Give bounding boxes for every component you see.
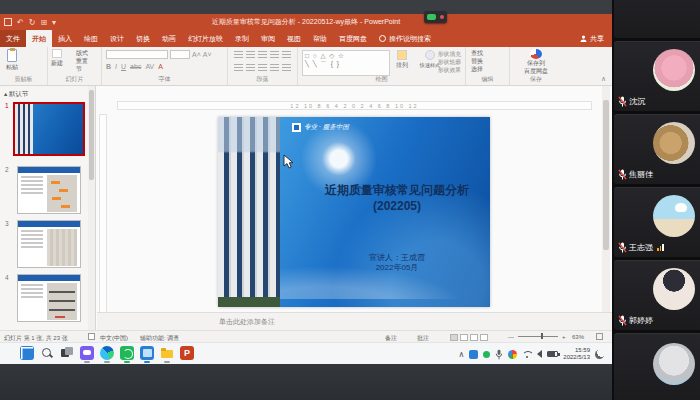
participant-tile[interactable]: 沈沉 bbox=[614, 41, 700, 111]
powerpoint-taskbar-icon[interactable]: P bbox=[180, 346, 194, 360]
shape-fill-button[interactable]: 形状填充 bbox=[438, 50, 461, 58]
select-button[interactable]: 选择 bbox=[471, 65, 483, 73]
shapes-gallery[interactable]: □ ○ △ ◇ ☆ ╲ ╲ ⌒ { } bbox=[302, 50, 390, 76]
notes-placeholder[interactable]: 单击此处添加备注 bbox=[219, 317, 275, 327]
tab-draw[interactable]: 绘图 bbox=[78, 30, 104, 47]
edge-browser-icon[interactable] bbox=[100, 346, 114, 360]
thumbnail-scrollbar-thumb[interactable] bbox=[89, 90, 94, 180]
zoom-in-button[interactable]: + bbox=[562, 334, 566, 340]
zoom-out-button[interactable]: — bbox=[508, 334, 514, 340]
tab-record[interactable]: 录制 bbox=[229, 30, 255, 47]
reading-view-button[interactable] bbox=[470, 334, 478, 341]
font-color-icon[interactable]: A bbox=[158, 63, 163, 70]
notes-pane[interactable]: 单击此处添加备注 bbox=[97, 312, 612, 330]
tab-transitions[interactable]: 切换 bbox=[130, 30, 156, 47]
save-to-baidu-button[interactable]: 保存到 百度网盘 bbox=[524, 47, 548, 75]
font-size-box[interactable] bbox=[170, 50, 190, 59]
reset-button[interactable]: 重置 bbox=[76, 57, 88, 65]
thumbnail-scrollbar[interactable] bbox=[88, 86, 95, 330]
taskbar-clock[interactable]: 15:59 2022/5/13 bbox=[563, 347, 590, 361]
find-button[interactable]: 查找 bbox=[471, 49, 483, 57]
tray-green-icon[interactable] bbox=[483, 351, 490, 358]
tray-color-app-icon[interactable] bbox=[508, 350, 517, 359]
tab-design[interactable]: 设计 bbox=[104, 30, 130, 47]
tray-meeting-icon[interactable] bbox=[469, 350, 478, 359]
fit-to-window-icon[interactable] bbox=[596, 333, 603, 340]
layout-button[interactable]: 版式 bbox=[76, 49, 88, 57]
bold-button[interactable]: B bbox=[106, 63, 111, 70]
share-button[interactable]: 共享 bbox=[572, 30, 612, 47]
slide-thumbnail-4[interactable] bbox=[17, 274, 81, 322]
slide-thumbnail-3[interactable] bbox=[17, 220, 81, 268]
new-slide-button[interactable]: 新建 bbox=[51, 47, 63, 67]
tab-file[interactable]: 文件 bbox=[0, 30, 26, 47]
main-scrollbar-thumb[interactable] bbox=[603, 100, 609, 250]
zoom-slider-thumb[interactable] bbox=[541, 333, 543, 339]
taskbar-search-icon[interactable] bbox=[40, 346, 54, 360]
participant-tile[interactable]: 焦丽佳 bbox=[614, 114, 700, 184]
zoom-percentage[interactable]: 63% bbox=[572, 334, 584, 340]
notification-moon-icon[interactable] bbox=[595, 350, 604, 359]
volume-icon[interactable] bbox=[537, 350, 542, 358]
collapse-ribbon-icon[interactable]: ∧ bbox=[601, 75, 606, 83]
underline-button[interactable]: U bbox=[121, 63, 126, 70]
shape-outline-button[interactable]: 形状轮廓 bbox=[438, 58, 461, 66]
tab-review[interactable]: 审阅 bbox=[255, 30, 281, 47]
tray-microphone-icon[interactable] bbox=[495, 349, 503, 360]
participant-tile-share[interactable]: 成霞的屏幕共享 bbox=[614, 0, 700, 38]
battery-icon[interactable] bbox=[547, 351, 558, 357]
start-button-icon[interactable] bbox=[20, 346, 34, 360]
replace-button[interactable]: 替换 bbox=[471, 57, 483, 65]
green-app-icon[interactable] bbox=[120, 346, 134, 360]
participant-tile[interactable]: 王志强 bbox=[614, 187, 700, 257]
sorter-view-button[interactable] bbox=[460, 334, 468, 341]
tab-slideshow[interactable]: 幻灯片放映 bbox=[182, 30, 229, 47]
wifi-icon[interactable] bbox=[522, 351, 532, 358]
justify-icon[interactable] bbox=[270, 64, 279, 72]
tray-chevron-icon[interactable]: ∧ bbox=[458, 350, 464, 359]
shape-effects-button[interactable]: 形状效果 bbox=[438, 66, 461, 74]
proofing-icon[interactable] bbox=[88, 333, 95, 340]
slideshow-view-button[interactable] bbox=[480, 334, 488, 341]
arrange-button[interactable]: 排列 bbox=[396, 48, 408, 69]
align-right-icon[interactable] bbox=[258, 64, 267, 72]
bullets-icon[interactable] bbox=[234, 51, 243, 59]
indent-decrease-icon[interactable] bbox=[258, 51, 267, 59]
slide-canvas[interactable]: 专业 · 服务中国 近期质量审核常见问题分析 (202205) 宣讲人：王成霞 … bbox=[218, 117, 490, 307]
section-header[interactable]: ▴ 默认节 bbox=[4, 90, 29, 99]
tell-me-search[interactable]: 操作说明搜索 bbox=[373, 30, 437, 47]
meeting-float-badge[interactable] bbox=[424, 11, 447, 23]
indent-increase-icon[interactable] bbox=[270, 51, 279, 59]
strikethrough-button[interactable]: abc bbox=[130, 63, 141, 70]
shrink-font-icon[interactable]: A˅ bbox=[203, 51, 212, 58]
paste-button[interactable]: 粘贴 bbox=[6, 47, 18, 71]
char-spacing-icon[interactable]: AV bbox=[145, 63, 154, 70]
columns-icon[interactable] bbox=[282, 64, 291, 72]
section-button[interactable]: 节 bbox=[76, 65, 88, 73]
chat-app-icon[interactable] bbox=[80, 346, 94, 360]
group-slides: 新建 版式 重置 节 幻灯片 bbox=[48, 47, 102, 85]
tab-home[interactable]: 开始 bbox=[26, 30, 52, 47]
normal-view-button[interactable] bbox=[450, 334, 458, 341]
line-spacing-icon[interactable] bbox=[282, 51, 291, 59]
task-view-icon[interactable] bbox=[60, 346, 74, 360]
slide-thumbnail-2[interactable] bbox=[17, 166, 81, 214]
zoom-slider[interactable] bbox=[518, 336, 558, 337]
participant-tile[interactable]: 郭婷婷 bbox=[614, 260, 700, 330]
font-name-box[interactable] bbox=[106, 50, 168, 59]
tab-help[interactable]: 帮助 bbox=[307, 30, 333, 47]
participant-tile-partial[interactable] bbox=[614, 333, 700, 400]
main-scrollbar[interactable] bbox=[602, 86, 610, 312]
meeting-app-icon[interactable] bbox=[140, 346, 154, 360]
file-explorer-icon[interactable] bbox=[160, 346, 174, 360]
slide-thumbnail-1[interactable] bbox=[13, 102, 85, 156]
tab-insert[interactable]: 插入 bbox=[52, 30, 78, 47]
tab-view[interactable]: 视图 bbox=[281, 30, 307, 47]
tab-animations[interactable]: 动画 bbox=[156, 30, 182, 47]
grow-font-icon[interactable]: A˄ bbox=[192, 51, 201, 58]
align-center-icon[interactable] bbox=[246, 64, 255, 72]
numbering-icon[interactable] bbox=[246, 51, 255, 59]
tab-baidu-netdisk[interactable]: 百度网盘 bbox=[333, 30, 373, 47]
align-left-icon[interactable] bbox=[234, 64, 243, 72]
italic-button[interactable]: I bbox=[115, 63, 117, 70]
